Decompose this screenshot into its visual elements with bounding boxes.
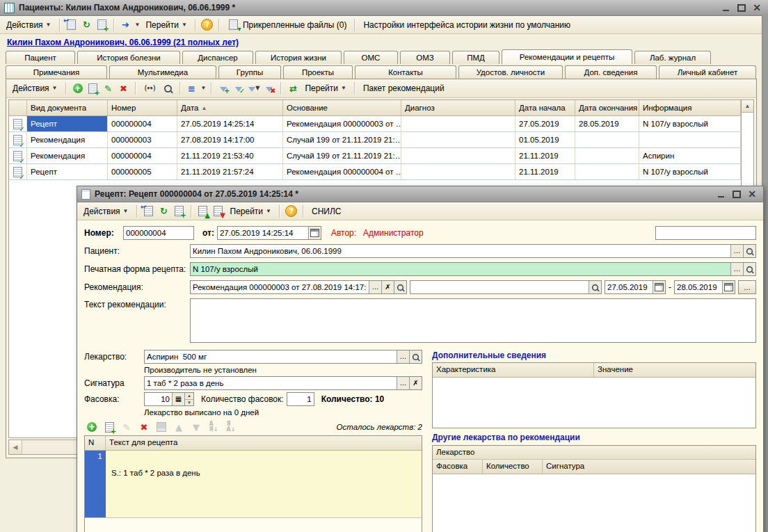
cell-basis[interactable]: Случай 199 от 21.11.2019 21:… <box>283 148 401 163</box>
help-icon[interactable]: ? <box>285 205 298 218</box>
refresh-list-icon[interactable]: ⇄ <box>287 82 299 95</box>
edit-icon[interactable]: ✎ <box>120 421 133 433</box>
tab-r1-1[interactable]: История болезни <box>77 51 180 64</box>
column-header[interactable]: Вид документа <box>27 100 108 115</box>
dialog-maximize-button[interactable] <box>733 190 741 198</box>
ellipsis-button[interactable]: … <box>397 377 409 389</box>
tab-r1-4[interactable]: ОМС <box>344 51 398 64</box>
dialog-minimize-button[interactable] <box>717 190 726 198</box>
signature-input[interactable] <box>145 377 397 389</box>
actions-menu-button[interactable]: Действия ▼ <box>3 19 54 31</box>
tab-r2-4[interactable]: Контакты <box>355 65 456 79</box>
add-copy-icon[interactable]: + <box>96 19 109 31</box>
additional-info-body[interactable] <box>433 378 755 428</box>
tab-r2-5[interactable]: Удостов. личности <box>458 65 563 79</box>
tab-r2-2[interactable]: Группы <box>218 65 281 79</box>
patient-link[interactable]: Килин Пахом Андроникович, 06.06.1999 (21… <box>7 38 239 47</box>
cell-doc-type[interactable]: Рецепт <box>27 164 108 179</box>
lookup-icon[interactable] <box>394 281 406 293</box>
tab-r1-2[interactable]: Диспансер <box>182 51 253 64</box>
rx-table-row[interactable]: 1 S.: 1 таб * 2 раза в день <box>85 451 422 518</box>
cell-info[interactable]: N 107/у взрослый <box>639 116 741 131</box>
cell-diagnosis[interactable] <box>401 132 515 147</box>
column-header[interactable]: Диагноз <box>401 100 515 115</box>
ellipsis-button[interactable]: … <box>397 350 409 363</box>
close-button[interactable]: ✕ <box>753 3 761 12</box>
cell-date-start[interactable]: 27.05.2019 <box>515 116 575 131</box>
cell-number[interactable]: 000000003 <box>108 132 177 147</box>
cell-number[interactable]: 000000005 <box>108 164 177 179</box>
move-up-icon[interactable]: ▲ <box>173 421 185 433</box>
cell-doc-type[interactable]: Рекомендация <box>27 132 108 147</box>
rec-text-area[interactable] <box>190 298 756 343</box>
chevron-down-icon[interactable]: ▼ <box>201 86 207 91</box>
move-down-icon[interactable]: ▼ <box>190 421 202 433</box>
recommendation-input[interactable] <box>191 281 369 293</box>
lookup-icon[interactable] <box>743 245 755 257</box>
cell-date[interactable]: 27.05.2019 14:25:14 <box>177 116 283 131</box>
cell-info[interactable]: Аспирин <box>639 148 741 163</box>
chevron-down-icon[interactable]: ▼ <box>135 22 141 28</box>
tab-r2-1[interactable]: Мультимедиа <box>109 65 216 79</box>
packing-count-input[interactable] <box>287 393 314 405</box>
cell-diagnosis[interactable] <box>401 148 515 163</box>
scroll-left-icon[interactable]: ◀ <box>9 440 22 454</box>
column-header[interactable]: Дата окончания <box>575 100 639 115</box>
scroll-up-icon[interactable]: ▲ <box>742 100 753 113</box>
set-period-icon[interactable]: (↔) <box>141 82 159 95</box>
recommendation-extra-input[interactable] <box>410 281 589 293</box>
cell-date[interactable]: 21.11.2019 21:53:40 <box>177 148 283 163</box>
add-icon[interactable]: + <box>86 421 98 433</box>
delete-icon[interactable]: ✖ <box>138 421 150 433</box>
date-from-input[interactable] <box>605 281 653 293</box>
dialog-close-button[interactable]: ✕ <box>748 190 756 198</box>
cell-date-start[interactable]: 21.11.2019 <box>515 148 575 163</box>
column-header[interactable]: Информация <box>639 100 741 115</box>
number-input[interactable] <box>124 227 193 239</box>
cell-date[interactable]: 21.11.2019 21:57:24 <box>177 164 283 179</box>
column-header[interactable]: Дата▲ <box>177 100 283 115</box>
table-row[interactable]: Рекомендация00000000327.08.2019 14:17:00… <box>9 132 741 148</box>
tab-r1-0[interactable]: Пациент <box>6 51 75 64</box>
list-settings-icon[interactable]: ≡ <box>186 82 198 95</box>
clear-icon[interactable]: ✗ <box>409 377 422 389</box>
column-header[interactable]: Основание <box>283 100 401 115</box>
clear-icon[interactable]: ✗ <box>381 281 394 293</box>
packing-stepper[interactable]: ▲▼ <box>184 393 193 405</box>
other-drugs-body[interactable] <box>433 474 755 532</box>
tab-r2-0[interactable]: Примечания <box>6 65 107 79</box>
add-copy-icon[interactable]: + <box>173 205 186 218</box>
add-copy-icon[interactable]: + <box>87 82 99 95</box>
ellipsis-button[interactable]: … <box>369 281 381 293</box>
refresh-icon[interactable]: ↻ <box>81 19 93 31</box>
lookup-icon[interactable] <box>409 350 422 363</box>
recommendation-package-button[interactable]: Пакет рекомендаций <box>360 82 447 95</box>
reread-icon[interactable]: ↩ <box>65 19 78 31</box>
filter-clear-icon[interactable]: ✖ <box>263 82 275 95</box>
tab-r2-7[interactable]: Личный кабинет <box>659 65 756 79</box>
calendar-icon[interactable] <box>722 281 735 293</box>
filter-settings-icon[interactable]: + <box>217 82 230 95</box>
save-icon[interactable] <box>155 421 168 433</box>
tab-r1-6[interactable]: ПМД <box>452 51 499 64</box>
add-copy-icon[interactable]: + <box>103 421 115 433</box>
delete-icon[interactable]: ✖ <box>118 82 130 95</box>
column-header[interactable]: Дата начала <box>515 100 575 115</box>
table-row[interactable]: Рецепт00000000427.05.2019 14:25:14Рекоме… <box>9 116 741 132</box>
open-report-icon[interactable]: ➔ <box>120 19 132 31</box>
interface-settings-button[interactable]: Настройки интерфейса истории жизни по ум… <box>360 19 573 31</box>
sort-asc-icon[interactable]: АЯ↓ <box>207 421 220 433</box>
cell-doc-type[interactable]: Рекомендация <box>27 148 108 163</box>
cell-diagnosis[interactable] <box>401 116 515 131</box>
dialog-actions-menu-button[interactable]: Действия ▼ <box>81 205 131 218</box>
tab-r1-8[interactable]: Лаб. журнал <box>634 51 711 64</box>
packing-input[interactable] <box>145 393 172 405</box>
period-ellipsis-button[interactable]: … <box>738 280 756 294</box>
calendar-icon[interactable] <box>308 227 321 239</box>
tab-r2-3[interactable]: Проекты <box>283 65 353 79</box>
cell-date-end[interactable] <box>575 132 639 147</box>
add-icon[interactable]: + <box>72 82 84 95</box>
print-form-input[interactable] <box>191 263 730 275</box>
reread-icon[interactable]: ↩ <box>143 205 155 218</box>
post-document-icon[interactable]: ▲ <box>197 205 209 218</box>
